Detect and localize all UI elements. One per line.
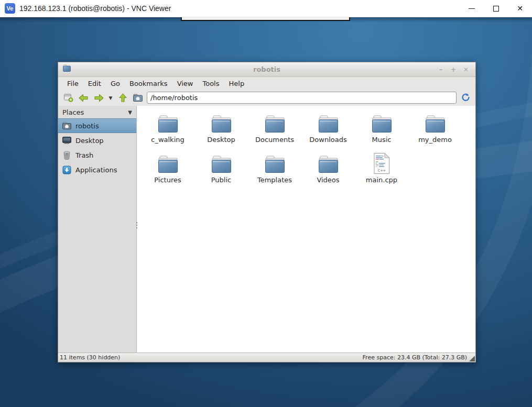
- file-item[interactable]: c_walking: [141, 111, 194, 151]
- menu-file[interactable]: File: [62, 78, 83, 89]
- file-label: Downloads: [309, 136, 346, 144]
- close-icon: ✕: [517, 5, 523, 12]
- vnc-window-title: 192.168.123.1 (robotis@robotis) - VNC Vi…: [19, 0, 460, 17]
- history-dropdown-button[interactable]: ▼: [107, 92, 114, 104]
- file-label: Desktop: [207, 136, 235, 144]
- file-item[interactable]: c++ main.cpp: [355, 151, 408, 192]
- vnc-window-controls: ✕: [460, 0, 532, 17]
- fm-menubar: File Edit Go Bookmarks View Tools Help: [58, 77, 475, 90]
- file-item[interactable]: Documents: [248, 111, 301, 151]
- home-icon: [133, 93, 143, 102]
- minimize-icon: [469, 8, 475, 9]
- trash-icon: [61, 150, 72, 160]
- desktop-icon: [61, 136, 72, 145]
- up-button[interactable]: [116, 92, 129, 104]
- sidebar-item-applications[interactable]: Applications: [58, 162, 136, 177]
- reload-icon: [461, 93, 471, 103]
- menu-view[interactable]: View: [172, 78, 198, 89]
- sidebar-item-trash[interactable]: Trash: [58, 148, 136, 162]
- vnc-minimize-button[interactable]: [460, 0, 484, 17]
- path-input[interactable]: [147, 92, 457, 104]
- file-label: Pictures: [154, 176, 181, 184]
- folder-icon: [424, 111, 446, 134]
- fm-window-controls: – + ✕: [436, 64, 475, 75]
- file-item[interactable]: Public: [194, 151, 248, 192]
- sidebar-item-label: robotis: [75, 122, 99, 130]
- window-resize-grip[interactable]: [469, 356, 475, 361]
- file-item[interactable]: Desktop: [194, 111, 248, 151]
- vnc-toolbar-collapsed-tab[interactable]: [181, 17, 350, 21]
- folder-icon: [264, 111, 286, 134]
- folder-icon: [317, 111, 339, 134]
- folder-icon: [157, 151, 179, 174]
- vnc-logo-icon: Ve: [5, 3, 15, 14]
- folder-icon: [157, 111, 179, 134]
- sidebar-item-label: Applications: [75, 166, 117, 174]
- forward-arrow-icon: [93, 93, 104, 103]
- folder-icon: [371, 111, 393, 134]
- file-item[interactable]: Videos: [301, 151, 355, 192]
- fm-maximize-button[interactable]: +: [448, 64, 459, 75]
- forward-button[interactable]: [92, 92, 105, 104]
- up-arrow-icon: [118, 93, 128, 103]
- file-label: Templates: [257, 176, 292, 184]
- file-item[interactable]: Pictures: [141, 151, 194, 192]
- menu-bookmarks[interactable]: Bookmarks: [125, 78, 172, 89]
- fm-titlebar[interactable]: robotis – + ✕: [58, 62, 475, 77]
- menu-edit[interactable]: Edit: [83, 78, 106, 89]
- folder-icon: [317, 151, 339, 174]
- fm-minimize-button[interactable]: –: [436, 64, 446, 75]
- fm-toolbar: ▼: [58, 90, 475, 106]
- new-tab-icon: [63, 93, 73, 102]
- back-arrow-icon: [78, 93, 89, 103]
- remote-desktop[interactable]: robotis – + ✕ File Edit Go Bookmarks Vie…: [0, 17, 532, 407]
- status-items-count: 11 items (30 hidden): [60, 354, 120, 361]
- cpp-icon-label: c++: [377, 168, 385, 173]
- pane-splitter-handle[interactable]: [135, 222, 139, 228]
- applications-icon: [61, 165, 72, 174]
- folder-icon: [210, 111, 232, 134]
- sidebar-item-desktop[interactable]: Desktop: [58, 133, 136, 148]
- menu-go[interactable]: Go: [106, 78, 125, 89]
- menu-tools[interactable]: Tools: [198, 78, 224, 89]
- file-manager-window: robotis – + ✕ File Edit Go Bookmarks Vie…: [58, 62, 476, 362]
- file-label: Music: [372, 136, 392, 144]
- file-label: c_walking: [151, 136, 184, 144]
- file-list: c_walking Desktop Documents Downloads Mu…: [137, 106, 475, 353]
- fm-window-title: robotis: [58, 65, 475, 73]
- back-button[interactable]: [77, 92, 90, 104]
- file-label: Documents: [255, 136, 294, 144]
- file-label: my_demo: [418, 136, 452, 144]
- folder-icon: [210, 151, 232, 174]
- file-label: Videos: [317, 176, 339, 184]
- folder-icon: [264, 151, 286, 174]
- fm-body: Places ▼ robotis: [58, 106, 475, 353]
- file-item[interactable]: my_demo: [408, 111, 462, 151]
- fm-sidebar: Places ▼ robotis: [58, 106, 137, 353]
- places-header[interactable]: Places ▼: [58, 106, 136, 118]
- file-item[interactable]: Music: [355, 111, 408, 151]
- places-collapse-icon: ▼: [128, 109, 132, 115]
- cpp-file-icon: c++: [373, 151, 390, 174]
- sidebar-item-robotis[interactable]: robotis: [58, 118, 136, 133]
- sidebar-item-label: Desktop: [75, 137, 104, 145]
- vnc-close-button[interactable]: ✕: [508, 0, 532, 17]
- file-label: main.cpp: [366, 176, 397, 184]
- places-label: Places: [62, 108, 84, 116]
- reload-button[interactable]: [459, 92, 472, 104]
- fm-close-button[interactable]: ✕: [461, 64, 471, 75]
- status-free-space: Free space: 23.4 GB (Total: 27.3 GB): [363, 354, 475, 361]
- file-item[interactable]: Templates: [248, 151, 301, 192]
- home-button[interactable]: [132, 92, 144, 104]
- file-label: Public: [211, 176, 231, 184]
- fm-statusbar: 11 items (30 hidden) Free space: 23.4 GB…: [58, 353, 475, 362]
- new-tab-button[interactable]: [62, 92, 74, 104]
- vnc-titlebar: Ve 192.168.123.1 (robotis@robotis) - VNC…: [0, 0, 532, 17]
- vnc-maximize-button[interactable]: [484, 0, 508, 17]
- home-folder-icon: [61, 121, 72, 130]
- maximize-icon: [493, 6, 499, 12]
- menu-help[interactable]: Help: [224, 78, 249, 89]
- sidebar-item-label: Trash: [75, 151, 93, 159]
- file-item[interactable]: Downloads: [301, 111, 355, 151]
